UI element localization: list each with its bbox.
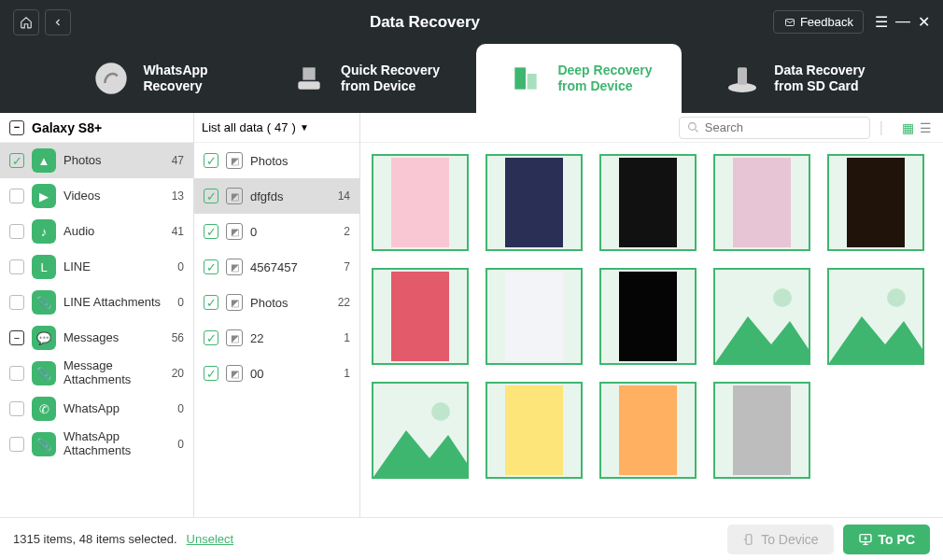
svg-rect-5 <box>528 74 537 90</box>
category-count: 0 <box>177 402 184 415</box>
picture-icon: ◩ <box>226 294 243 311</box>
category-item[interactable]: 📎WhatsApp Attachments0 <box>0 427 193 462</box>
picture-icon: ◩ <box>226 152 243 169</box>
category-item[interactable]: ✓▲Photos47 <box>0 143 193 178</box>
category-icon: ▲ <box>32 148 56 173</box>
thumbnail[interactable] <box>486 268 583 365</box>
thumbnail[interactable] <box>827 154 924 251</box>
tab-icon <box>722 58 763 99</box>
folder-label: Photos <box>250 154 343 168</box>
checkbox[interactable] <box>9 224 24 239</box>
category-item[interactable]: ▶Videos13 <box>0 178 193 214</box>
list-view-icon[interactable]: ☰ <box>920 120 932 135</box>
folder-item[interactable]: ✓◩Photos22 <box>194 285 359 320</box>
grid-view-icon[interactable]: ▦ <box>902 120 914 135</box>
thumbnail[interactable] <box>372 382 469 479</box>
unselect-link[interactable]: Unselect <box>187 532 234 546</box>
toolbar: | ▦ ☰ <box>360 113 943 143</box>
svg-rect-4 <box>515 67 527 89</box>
category-icon: 📎 <box>32 290 56 315</box>
category-label: Audio <box>63 225 164 239</box>
search-field[interactable] <box>705 120 862 134</box>
svg-point-12 <box>887 288 906 307</box>
checkbox[interactable]: ✓ <box>204 224 218 239</box>
svg-point-10 <box>773 288 792 307</box>
folder-item[interactable]: ✓◩001 <box>194 356 359 391</box>
checkbox[interactable] <box>9 366 24 381</box>
thumbnail[interactable] <box>827 268 924 365</box>
category-item[interactable]: ✆WhatsApp0 <box>0 391 193 427</box>
checkbox[interactable] <box>9 259 24 274</box>
tab-whatsapp[interactable]: WhatsAppRecovery <box>47 44 252 113</box>
category-icon: ▶ <box>32 184 56 208</box>
thumbnail[interactable] <box>599 154 697 251</box>
category-item[interactable]: 📎Message Attachments20 <box>0 356 193 391</box>
chevron-down-icon: ▼ <box>300 122 309 133</box>
checkbox[interactable]: ✓ <box>9 153 24 168</box>
thumbnail[interactable] <box>372 268 469 365</box>
tab-deep-recovery[interactable]: Deep Recoveryfrom Device <box>476 44 682 113</box>
folder-count: 7 <box>344 260 350 273</box>
checkbox[interactable]: ✓ <box>204 153 218 168</box>
checkbox[interactable] <box>9 295 24 310</box>
category-label: Messages <box>63 331 164 345</box>
thumbnail[interactable] <box>486 154 583 251</box>
category-label: LINE Attachments <box>63 296 170 310</box>
folder-count: 2 <box>344 225 350 238</box>
back-button[interactable] <box>45 9 71 35</box>
search-input[interactable] <box>679 117 870 139</box>
checkbox[interactable]: ✓ <box>204 366 218 381</box>
thumbnail[interactable] <box>599 382 697 479</box>
category-label: WhatsApp <box>63 402 170 416</box>
checkbox[interactable] <box>9 437 24 452</box>
folder-count: 22 <box>338 296 350 309</box>
category-count: 41 <box>172 225 184 238</box>
category-item[interactable]: ♪Audio41 <box>0 214 193 249</box>
collapse-toggle[interactable]: − <box>9 330 24 345</box>
tab-icon <box>91 58 132 99</box>
feedback-button[interactable]: Feedback <box>773 10 864 34</box>
to-device-button[interactable]: To Device <box>727 525 833 554</box>
svg-rect-2 <box>298 81 319 89</box>
checkbox[interactable]: ✓ <box>204 295 218 310</box>
category-label: Videos <box>63 189 164 203</box>
main-panel: | ▦ ☰ <box>360 113 943 517</box>
category-item[interactable]: −💬Messages56 <box>0 320 193 356</box>
folder-item[interactable]: ✓◩45674577 <box>194 249 359 285</box>
menu-icon[interactable]: ☰ <box>875 13 888 31</box>
checkbox[interactable] <box>9 189 24 203</box>
tab-data-recovery[interactable]: Data Recoveryfrom SD Card <box>691 44 896 113</box>
category-icon: L <box>32 255 56 279</box>
category-icon: ✆ <box>32 397 56 421</box>
category-item[interactable]: LLINE0 <box>0 249 193 285</box>
folder-label: 4567457 <box>250 260 336 274</box>
folder-item[interactable]: ✓◩02 <box>194 214 359 249</box>
minimize-button[interactable]: — <box>895 13 910 31</box>
picture-icon: ◩ <box>226 259 243 275</box>
thumbnail[interactable] <box>372 154 469 251</box>
folder-item[interactable]: ✓◩221 <box>194 320 359 356</box>
thumbnail[interactable] <box>599 268 697 365</box>
collapse-toggle[interactable]: − <box>9 120 24 135</box>
home-button[interactable] <box>13 9 39 35</box>
close-button[interactable]: ✕ <box>918 13 930 31</box>
checkbox[interactable] <box>9 401 24 416</box>
tab-quick-recovery[interactable]: Quick Recoveryfrom Device <box>261 44 467 113</box>
folder-item[interactable]: ✓◩Photos <box>194 143 359 178</box>
tab-bar: WhatsAppRecoveryQuick Recoveryfrom Devic… <box>0 44 943 113</box>
thumbnail[interactable] <box>486 382 583 479</box>
checkbox[interactable]: ✓ <box>204 189 218 203</box>
thumbnail[interactable] <box>713 154 810 251</box>
thumbnail[interactable] <box>713 268 810 365</box>
category-count: 0 <box>177 438 184 451</box>
folder-item[interactable]: ✓◩dfgfds14 <box>194 178 359 214</box>
checkbox[interactable]: ✓ <box>204 330 218 345</box>
checkbox[interactable]: ✓ <box>204 259 218 274</box>
thumbnail[interactable] <box>713 382 810 479</box>
picture-icon: ◩ <box>226 329 243 346</box>
device-header[interactable]: − Galaxy S8+ <box>0 113 193 143</box>
filter-dropdown[interactable]: List all data (47) ▼ <box>194 113 359 143</box>
picture-icon: ◩ <box>226 223 243 240</box>
to-pc-button[interactable]: To PC <box>843 525 930 554</box>
category-item[interactable]: 📎LINE Attachments0 <box>0 285 193 320</box>
